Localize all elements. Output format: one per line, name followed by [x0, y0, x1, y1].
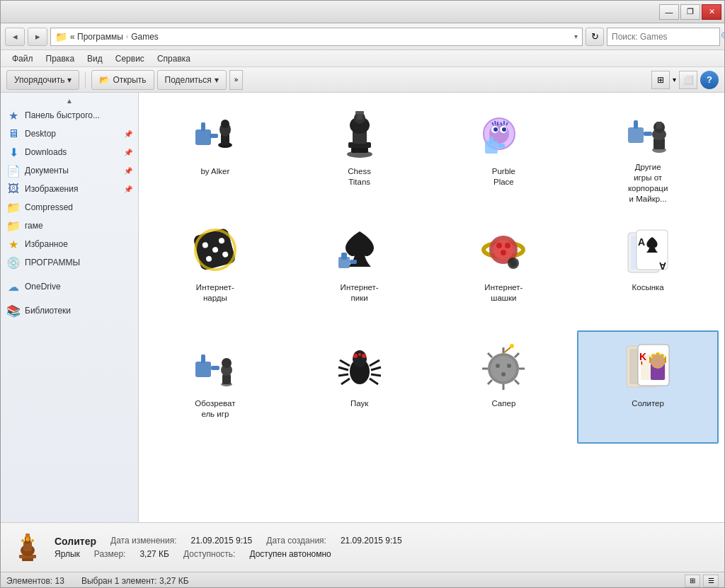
sidebar-label-libraries: Библиотеки	[25, 306, 132, 316]
file-icon-internet_nardy	[187, 221, 244, 278]
sidebar-scroll-up[interactable]: ▲	[1, 96, 138, 106]
close-button[interactable]: ✕	[702, 4, 721, 20]
sidebar-label-images: Изображения	[25, 184, 120, 194]
file-item-pauk[interactable]: Паук	[289, 330, 430, 444]
file-item-internet_nardy[interactable]: Интернет- нарды	[144, 214, 286, 328]
status-row-name: Солитер Дата изменения: 21.09.2015 9:15 …	[55, 536, 716, 547]
file-item-internet_piki[interactable]: Интернет- пики	[289, 214, 430, 328]
status-date-modified-label: Дата изменения:	[110, 536, 177, 547]
file-item-purble_place[interactable]: Purble Place	[433, 98, 575, 212]
sidebar-item-onedrive[interactable]: ☁ OneDrive	[1, 277, 138, 296]
scroll-up-arrow[interactable]: ▲	[66, 97, 73, 105]
menu-edit[interactable]: Правка	[40, 52, 81, 65]
sidebar-item-favorites[interactable]: ★ Избранное	[1, 235, 138, 253]
toolbar: Упорядочить ▾ 📂 Открыть Поделиться ▾ » ⊞…	[1, 67, 724, 93]
toolbar-right: ⊞ ▾ ⬜ ?	[651, 71, 719, 89]
search-box[interactable]: 🔍	[607, 28, 720, 46]
svg-line-77	[341, 379, 350, 384]
sidebar-divider2	[1, 296, 138, 301]
svg-line-74	[340, 360, 350, 366]
status-size-value: 3,27 КБ	[139, 549, 169, 559]
svg-point-92	[496, 364, 500, 368]
sidebar-item-libraries[interactable]: 📚 Библиотеки	[1, 301, 138, 320]
share-button[interactable]: Поделиться ▾	[157, 70, 227, 90]
svg-point-19	[493, 127, 498, 132]
maximize-button[interactable]: ❐	[680, 4, 700, 20]
back-button[interactable]: ◂	[5, 28, 25, 46]
file-icon-internet_piki	[331, 221, 388, 278]
file-item-other_games[interactable]: Другие игры от корпораци и Майкр...	[577, 98, 719, 212]
search-icon: 🔍	[721, 32, 725, 42]
search-input[interactable]	[612, 32, 718, 42]
status-row-details: Ярлык Размер: 3,27 КБ Доступность: Досту…	[55, 549, 716, 559]
menu-file[interactable]: Файл	[6, 52, 39, 65]
sidebar-item-desktop[interactable]: 🖥 Desktop 📌	[1, 125, 138, 143]
organize-button[interactable]: Упорядочить ▾	[6, 70, 79, 90]
file-icon-chess_titans	[331, 105, 388, 162]
sidebar-label-onedrive: OneDrive	[25, 282, 132, 292]
documents-icon: 📄	[6, 164, 21, 178]
svg-point-20	[502, 127, 506, 132]
view-grid-button[interactable]: ⊞	[651, 71, 670, 89]
file-item-internet_shashki[interactable]: Интернет- шашки	[433, 214, 575, 328]
sidebar-item-images[interactable]: 🖼 Изображения 📌	[1, 180, 138, 198]
svg-rect-31	[634, 120, 638, 129]
svg-point-94	[501, 372, 506, 376]
sidebar-item-documents[interactable]: 📄 Документы 📌	[1, 161, 138, 180]
open-label: Открыть	[113, 75, 146, 85]
forward-button[interactable]: ▸	[28, 28, 47, 46]
file-item-kosinka[interactable]: A A Косынка	[577, 214, 719, 328]
status-details: Солитер Дата изменения: 21.09.2015 9:15 …	[55, 536, 716, 559]
sidebar-label-favorites: Избранное	[25, 239, 132, 249]
bottom-bar: Элементов: 13 Выбран 1 элемент: 3,27 КБ …	[1, 572, 724, 588]
svg-point-53	[505, 243, 510, 248]
file-item-solitaire[interactable]: K Солитер	[577, 330, 719, 444]
minimize-button[interactable]: —	[659, 4, 679, 20]
svg-rect-28	[489, 137, 493, 144]
compressed-icon: 📁	[6, 201, 21, 214]
quickaccess-icon: ★	[6, 109, 21, 122]
favorites-icon: ★	[6, 238, 21, 251]
menu-view[interactable]: Вид	[81, 52, 108, 65]
bottom-view-grid[interactable]: ⊞	[685, 575, 700, 587]
file-item-chess_titans[interactable]: Chess Titans	[289, 98, 430, 212]
sidebar-item-downloads[interactable]: ⬇ Downloads 📌	[1, 143, 138, 161]
more-button[interactable]: »	[229, 70, 244, 90]
file-label-internet_shashki: Интернет- шашки	[484, 282, 523, 304]
svg-point-114	[21, 539, 24, 542]
bottom-view-list[interactable]: ☰	[703, 575, 719, 587]
refresh-button[interactable]: ↻	[586, 28, 604, 46]
path-programs: « Программы	[70, 32, 123, 42]
svg-point-70	[353, 350, 367, 367]
open-icon: 📂	[99, 75, 110, 85]
images-pin: 📌	[124, 185, 132, 193]
open-button[interactable]: 📂 Открыть	[91, 70, 154, 90]
folder-icon: 📁	[55, 31, 67, 42]
menu-tools[interactable]: Сервис	[110, 52, 150, 65]
status-availability-value: Доступен автономно	[249, 549, 331, 559]
sidebar-divider	[1, 272, 138, 277]
svg-rect-63	[201, 354, 205, 363]
svg-point-56	[510, 260, 517, 267]
sidebar-label-programs: ПРОГРАММЫ	[25, 258, 132, 267]
sidebar-item-compressed[interactable]: 📁 Compressed	[1, 198, 138, 217]
path-chevron1: ›	[126, 33, 128, 40]
address-path[interactable]: 📁 « Программы › Games ▾	[50, 28, 583, 46]
view-dropdown[interactable]: ▾	[673, 76, 676, 83]
file-item-by_alker[interactable]: by Alker	[144, 98, 286, 212]
svg-point-52	[496, 243, 502, 248]
menu-help[interactable]: Справка	[152, 52, 196, 65]
sidebar-item-game[interactable]: 📁 гаме	[1, 217, 138, 235]
sidebar: ▲ ★ Панель быстрого... 🖥 Desktop 📌 ⬇ Dow…	[1, 93, 139, 522]
svg-point-115	[31, 539, 34, 542]
sidebar-item-programs[interactable]: 💿 ПРОГРАММЫ	[1, 253, 138, 272]
view-preview-button[interactable]: ⬜	[679, 71, 697, 89]
file-item-obozrevatel[interactable]: Обозреват ель игр	[144, 330, 286, 444]
programs-icon: 💿	[6, 256, 21, 270]
sidebar-item-quickaccess[interactable]: ★ Панель быстрого...	[1, 106, 138, 125]
help-button[interactable]: ?	[700, 71, 719, 89]
items-count: Элементов: 13	[6, 576, 64, 586]
file-item-saper[interactable]: Сапер	[433, 330, 575, 444]
organize-arrow: ▾	[67, 75, 72, 85]
path-dropdown-icon[interactable]: ▾	[574, 33, 578, 40]
